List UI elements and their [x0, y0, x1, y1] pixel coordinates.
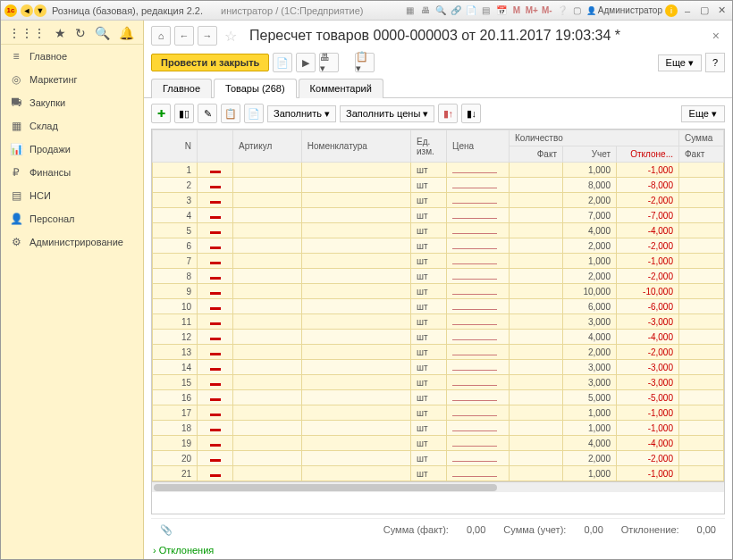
table-row[interactable]: 8 шт 2,000 -2,000: [153, 269, 724, 284]
favorite-star-icon[interactable]: ☆: [221, 26, 240, 46]
back-icon[interactable]: ←: [174, 26, 194, 46]
home-icon[interactable]: ⌂: [151, 26, 171, 46]
sidebar-item[interactable]: ◎Маркетинг: [1, 68, 143, 91]
col-qty[interactable]: Количество: [510, 130, 679, 146]
bell-icon[interactable]: 🔔: [119, 26, 134, 40]
forward-icon[interactable]: →: [198, 26, 217, 46]
minimize-icon[interactable]: –: [680, 5, 695, 16]
attach-icon[interactable]: 📎: [160, 524, 173, 536]
table-row[interactable]: 14 шт 3,000 -3,000: [153, 360, 724, 375]
calendar-icon[interactable]: 📅: [495, 4, 508, 17]
col-sum[interactable]: Сумма: [679, 130, 724, 146]
col-price[interactable]: Цена: [447, 130, 510, 163]
tab-goods[interactable]: Товары (268): [214, 79, 297, 98]
table-row[interactable]: 9 шт 10,000 -10,000: [153, 284, 724, 299]
doc-icon[interactable]: 📄: [465, 4, 477, 17]
calc-icon[interactable]: ▤: [480, 4, 493, 17]
grid-more-button[interactable]: Еще ▾: [681, 105, 725, 122]
sidebar-item[interactable]: ▤НСИ: [1, 184, 143, 207]
edit-icon[interactable]: ✎: [198, 104, 217, 123]
window-icon[interactable]: ▢: [571, 4, 584, 17]
table-row[interactable]: 3 шт 2,000 -2,000: [153, 193, 724, 208]
add-row-icon[interactable]: ✚: [151, 104, 171, 123]
table-row[interactable]: 10 шт 6,000 -6,000: [153, 299, 724, 314]
table-row[interactable]: 7 шт 1,000 -1,000: [153, 254, 724, 269]
copy-icon[interactable]: 📋: [221, 104, 240, 123]
close-window-icon[interactable]: ✕: [714, 4, 729, 16]
table-row[interactable]: 1 шт 1,000 -1,000: [153, 163, 724, 178]
sidebar-item[interactable]: 📊Продажи: [1, 138, 143, 161]
col-dev[interactable]: Отклоне...: [617, 146, 679, 163]
m-plus-icon[interactable]: M+: [526, 4, 538, 17]
admin-label[interactable]: Администратор: [586, 5, 662, 15]
menu-icon[interactable]: ⋮⋮⋮: [8, 26, 46, 40]
star-icon[interactable]: ★: [55, 26, 66, 40]
fill-button[interactable]: Заполнить ▾: [267, 105, 336, 122]
help-icon[interactable]: ❔: [556, 4, 569, 17]
grid-icon[interactable]: ▦: [404, 4, 417, 17]
report-icon[interactable]: 📋 ▾: [355, 53, 375, 72]
move-up-icon[interactable]: ▮↑: [438, 104, 458, 123]
col-article[interactable]: Артикул: [233, 130, 302, 163]
barcode-icon[interactable]: ▮▯: [174, 104, 194, 123]
sidebar-item[interactable]: ₽Финансы: [1, 161, 143, 184]
history-icon[interactable]: ↻: [75, 26, 86, 40]
status-dash-icon: [210, 186, 221, 188]
more-button[interactable]: Еще ▾: [658, 54, 702, 71]
paste-icon[interactable]: 📄: [244, 104, 264, 123]
write-icon[interactable]: 📄: [273, 53, 292, 72]
table-row[interactable]: 18 шт 1,000 -1,000: [153, 421, 724, 436]
maximize-icon[interactable]: ▢: [697, 4, 712, 16]
sidebar-item[interactable]: ▦Склад: [1, 114, 143, 138]
table-row[interactable]: 16 шт 5,000 -5,000: [153, 390, 724, 405]
table-row[interactable]: 13 шт 2,000 -2,000: [153, 345, 724, 360]
table-row[interactable]: 17 шт 1,000 -1,000: [153, 405, 724, 421]
col-sum-fact[interactable]: Факт: [679, 146, 724, 163]
post-icon[interactable]: ▶: [296, 53, 316, 72]
col-account[interactable]: Учет: [563, 146, 617, 163]
search-side-icon[interactable]: 🔍: [95, 26, 110, 40]
h-scrollbar[interactable]: [152, 481, 724, 492]
m-icon[interactable]: M: [510, 4, 523, 17]
table-row[interactable]: 4 шт 7,000 -7,000: [153, 208, 724, 223]
col-status[interactable]: [198, 130, 233, 163]
doc-title: Пересчет товаров 0000-000003 от 20.11.20…: [249, 28, 620, 44]
col-n[interactable]: N: [153, 130, 198, 163]
grid[interactable]: N Артикул Номенклатура Ед. изм. Цена Кол…: [151, 129, 725, 514]
save-close-button[interactable]: Провести и закрыть: [151, 54, 269, 71]
print-icon[interactable]: 🖶: [419, 4, 432, 17]
table-row[interactable]: 5 шт 4,000 -4,000: [153, 223, 724, 238]
table-row[interactable]: 6 шт 2,000 -2,000: [153, 238, 724, 254]
table-row[interactable]: 20 шт 2,000 -2,000: [153, 451, 724, 466]
table-row[interactable]: 19 шт 4,000 -4,000: [153, 436, 724, 451]
tab-main[interactable]: Главное: [151, 79, 212, 98]
table-row[interactable]: 12 шт 4,000 -4,000: [153, 330, 724, 345]
col-nom[interactable]: Номенклатура: [301, 130, 410, 163]
sidebar-item[interactable]: ≡Главное: [1, 45, 143, 68]
sidebar-item[interactable]: 👤Персонал: [1, 207, 143, 230]
col-fact[interactable]: Факт: [510, 146, 563, 163]
table-row[interactable]: 11 шт 3,000 -3,000: [153, 314, 724, 330]
nav-back-icon[interactable]: ◄: [21, 4, 33, 17]
print-btn-icon[interactable]: 🖶 ▾: [319, 53, 339, 72]
sidebar-item[interactable]: ⛟Закупки: [1, 91, 143, 114]
link-icon[interactable]: 🔗: [450, 4, 462, 17]
m-minus-icon[interactable]: M-: [541, 4, 553, 17]
sidebar-label: Склад: [29, 121, 58, 131]
tab-comment[interactable]: Комментарий: [299, 79, 383, 98]
search-icon[interactable]: 🔍: [434, 4, 447, 17]
fill-prices-button[interactable]: Заполнить цены ▾: [340, 105, 434, 122]
help-button[interactable]: ?: [705, 53, 725, 72]
nav-fwd-icon[interactable]: ▼: [34, 4, 46, 17]
table-row[interactable]: 21 шт 1,000 -1,000: [153, 466, 724, 481]
move-down-icon[interactable]: ▮↓: [461, 104, 481, 123]
sidebar-item[interactable]: ⚙Администрирование: [1, 230, 143, 254]
info-icon[interactable]: i: [665, 4, 678, 17]
sidebar-label: Администрирование: [29, 237, 123, 247]
nav-arrows: ◄ ▼: [21, 4, 46, 17]
col-unit[interactable]: Ед. изм.: [411, 130, 447, 163]
close-doc-icon[interactable]: ×: [707, 29, 725, 43]
table-row[interactable]: 2 шт 8,000 -8,000: [153, 178, 724, 193]
table-row[interactable]: 15 шт 3,000 -3,000: [153, 375, 724, 390]
deviations-link[interactable]: Отклонения: [144, 541, 732, 559]
